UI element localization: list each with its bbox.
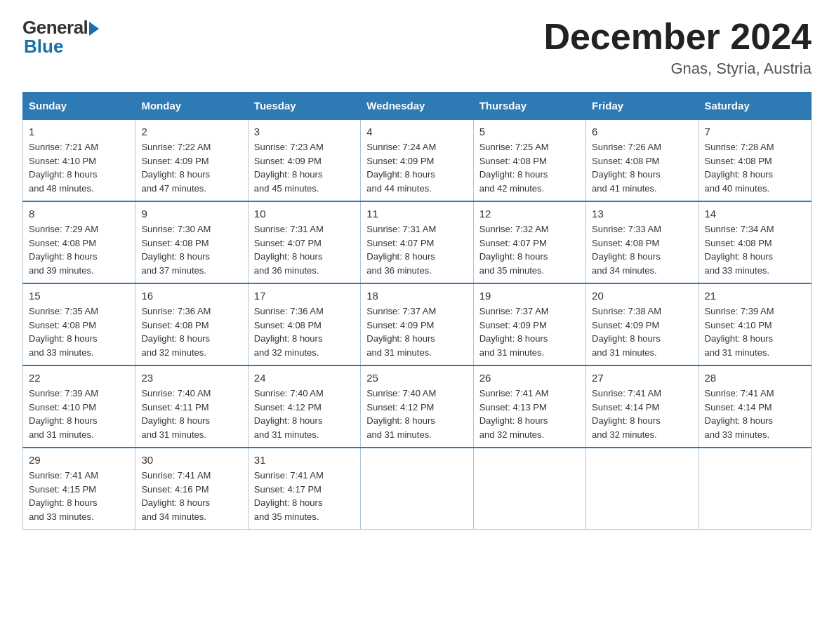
- table-row: 29 Sunrise: 7:41 AM Sunset: 4:15 PM Dayl…: [23, 448, 135, 530]
- day-info: Sunrise: 7:38 AM Sunset: 4:09 PM Dayligh…: [592, 304, 692, 359]
- day-info: Sunrise: 7:41 AM Sunset: 4:14 PM Dayligh…: [592, 387, 692, 441]
- day-number: 25: [366, 372, 467, 384]
- day-number: 15: [29, 290, 129, 302]
- day-number: 18: [366, 290, 467, 302]
- logo-arrow-icon: [89, 22, 99, 36]
- header-row: Sunday Monday Tuesday Wednesday Thursday…: [23, 93, 812, 120]
- location-subtitle: Gnas, Styria, Austria: [543, 60, 812, 78]
- table-row: 4 Sunrise: 7:24 AM Sunset: 4:09 PM Dayli…: [361, 119, 473, 201]
- col-thursday: Thursday: [473, 93, 585, 120]
- day-info: Sunrise: 7:41 AM Sunset: 4:14 PM Dayligh…: [705, 387, 805, 441]
- table-row: 17 Sunrise: 7:36 AM Sunset: 4:08 PM Dayl…: [248, 283, 360, 365]
- day-number: 31: [254, 454, 355, 466]
- day-number: 28: [705, 372, 805, 384]
- table-row: 8 Sunrise: 7:29 AM Sunset: 4:08 PM Dayli…: [23, 201, 135, 283]
- table-row: 19 Sunrise: 7:37 AM Sunset: 4:09 PM Dayl…: [473, 283, 585, 365]
- table-row: 30 Sunrise: 7:41 AM Sunset: 4:16 PM Dayl…: [135, 448, 248, 530]
- day-info: Sunrise: 7:35 AM Sunset: 4:08 PM Dayligh…: [29, 304, 129, 359]
- day-number: 5: [479, 126, 580, 137]
- day-number: 21: [705, 290, 805, 302]
- day-info: Sunrise: 7:28 AM Sunset: 4:08 PM Dayligh…: [705, 140, 805, 195]
- title-area: December 2024 Gnas, Styria, Austria: [543, 17, 812, 78]
- day-number: 14: [705, 208, 805, 220]
- day-number: 30: [141, 454, 241, 466]
- day-number: 7: [705, 126, 805, 137]
- day-number: 3: [254, 126, 355, 137]
- day-number: 19: [479, 290, 580, 302]
- table-row: 21 Sunrise: 7:39 AM Sunset: 4:10 PM Dayl…: [699, 283, 811, 365]
- table-row: 3 Sunrise: 7:23 AM Sunset: 4:09 PM Dayli…: [248, 119, 360, 201]
- table-row: 10 Sunrise: 7:31 AM Sunset: 4:07 PM Dayl…: [248, 201, 360, 283]
- table-row: [586, 448, 699, 530]
- day-number: 13: [592, 208, 692, 220]
- table-row: 12 Sunrise: 7:32 AM Sunset: 4:07 PM Dayl…: [473, 201, 585, 283]
- day-info: Sunrise: 7:34 AM Sunset: 4:08 PM Dayligh…: [705, 222, 805, 277]
- col-monday: Monday: [135, 93, 248, 120]
- day-number: 10: [254, 208, 355, 220]
- day-number: 6: [592, 126, 692, 137]
- day-info: Sunrise: 7:33 AM Sunset: 4:08 PM Dayligh…: [592, 222, 692, 277]
- day-info: Sunrise: 7:23 AM Sunset: 4:09 PM Dayligh…: [254, 140, 355, 195]
- day-info: Sunrise: 7:41 AM Sunset: 4:16 PM Dayligh…: [141, 469, 241, 523]
- calendar-table: Sunday Monday Tuesday Wednesday Thursday…: [22, 92, 812, 530]
- table-row: 18 Sunrise: 7:37 AM Sunset: 4:09 PM Dayl…: [361, 283, 473, 365]
- day-info: Sunrise: 7:41 AM Sunset: 4:13 PM Dayligh…: [479, 387, 580, 441]
- day-info: Sunrise: 7:41 AM Sunset: 4:17 PM Dayligh…: [254, 469, 355, 523]
- table-row: 16 Sunrise: 7:36 AM Sunset: 4:08 PM Dayl…: [135, 283, 248, 365]
- table-row: 9 Sunrise: 7:30 AM Sunset: 4:08 PM Dayli…: [135, 201, 248, 283]
- day-number: 12: [479, 208, 580, 220]
- day-number: 27: [592, 372, 692, 384]
- day-info: Sunrise: 7:22 AM Sunset: 4:09 PM Dayligh…: [141, 140, 241, 195]
- day-info: Sunrise: 7:25 AM Sunset: 4:08 PM Dayligh…: [479, 140, 580, 195]
- table-row: 15 Sunrise: 7:35 AM Sunset: 4:08 PM Dayl…: [23, 283, 135, 365]
- col-sunday: Sunday: [23, 93, 135, 120]
- calendar-row: 1 Sunrise: 7:21 AM Sunset: 4:10 PM Dayli…: [23, 119, 812, 201]
- header-area: General Blue December 2024 Gnas, Styria,…: [22, 17, 812, 78]
- day-info: Sunrise: 7:36 AM Sunset: 4:08 PM Dayligh…: [141, 304, 241, 359]
- day-info: Sunrise: 7:39 AM Sunset: 4:10 PM Dayligh…: [705, 304, 805, 359]
- day-info: Sunrise: 7:31 AM Sunset: 4:07 PM Dayligh…: [254, 222, 355, 277]
- day-info: Sunrise: 7:37 AM Sunset: 4:09 PM Dayligh…: [366, 304, 467, 359]
- table-row: [699, 448, 811, 530]
- table-row: [473, 448, 585, 530]
- col-saturday: Saturday: [699, 93, 811, 120]
- table-row: 24 Sunrise: 7:40 AM Sunset: 4:12 PM Dayl…: [248, 365, 360, 448]
- day-number: 8: [29, 208, 129, 220]
- day-info: Sunrise: 7:40 AM Sunset: 4:12 PM Dayligh…: [366, 387, 467, 441]
- day-info: Sunrise: 7:40 AM Sunset: 4:12 PM Dayligh…: [254, 387, 355, 441]
- day-number: 11: [366, 208, 467, 220]
- day-info: Sunrise: 7:31 AM Sunset: 4:07 PM Dayligh…: [366, 222, 467, 277]
- day-number: 9: [141, 208, 241, 220]
- table-row: 1 Sunrise: 7:21 AM Sunset: 4:10 PM Dayli…: [23, 119, 135, 201]
- day-number: 23: [141, 372, 241, 384]
- day-number: 1: [29, 126, 129, 137]
- table-row: 7 Sunrise: 7:28 AM Sunset: 4:08 PM Dayli…: [699, 119, 811, 201]
- table-row: 23 Sunrise: 7:40 AM Sunset: 4:11 PM Dayl…: [135, 365, 248, 448]
- day-info: Sunrise: 7:39 AM Sunset: 4:10 PM Dayligh…: [29, 387, 129, 441]
- day-info: Sunrise: 7:36 AM Sunset: 4:08 PM Dayligh…: [254, 304, 355, 359]
- day-number: 26: [479, 372, 580, 384]
- table-row: 22 Sunrise: 7:39 AM Sunset: 4:10 PM Dayl…: [23, 365, 135, 448]
- table-row: 6 Sunrise: 7:26 AM Sunset: 4:08 PM Dayli…: [586, 119, 699, 201]
- day-info: Sunrise: 7:30 AM Sunset: 4:08 PM Dayligh…: [141, 222, 241, 277]
- day-info: Sunrise: 7:29 AM Sunset: 4:08 PM Dayligh…: [29, 222, 129, 277]
- calendar-row: 29 Sunrise: 7:41 AM Sunset: 4:15 PM Dayl…: [23, 448, 812, 530]
- table-row: 2 Sunrise: 7:22 AM Sunset: 4:09 PM Dayli…: [135, 119, 248, 201]
- table-row: 26 Sunrise: 7:41 AM Sunset: 4:13 PM Dayl…: [473, 365, 585, 448]
- day-info: Sunrise: 7:32 AM Sunset: 4:07 PM Dayligh…: [479, 222, 580, 277]
- logo: General Blue: [22, 17, 99, 58]
- day-info: Sunrise: 7:21 AM Sunset: 4:10 PM Dayligh…: [29, 140, 129, 195]
- calendar-row: 22 Sunrise: 7:39 AM Sunset: 4:10 PM Dayl…: [23, 365, 812, 448]
- col-wednesday: Wednesday: [361, 93, 473, 120]
- col-friday: Friday: [586, 93, 699, 120]
- calendar-row: 15 Sunrise: 7:35 AM Sunset: 4:08 PM Dayl…: [23, 283, 812, 365]
- table-row: 5 Sunrise: 7:25 AM Sunset: 4:08 PM Dayli…: [473, 119, 585, 201]
- page-title: December 2024: [543, 17, 812, 57]
- col-tuesday: Tuesday: [248, 93, 360, 120]
- day-info: Sunrise: 7:37 AM Sunset: 4:09 PM Dayligh…: [479, 304, 580, 359]
- table-row: 27 Sunrise: 7:41 AM Sunset: 4:14 PM Dayl…: [586, 365, 699, 448]
- table-row: 11 Sunrise: 7:31 AM Sunset: 4:07 PM Dayl…: [361, 201, 473, 283]
- day-info: Sunrise: 7:24 AM Sunset: 4:09 PM Dayligh…: [366, 140, 467, 195]
- day-number: 20: [592, 290, 692, 302]
- day-number: 29: [29, 454, 129, 466]
